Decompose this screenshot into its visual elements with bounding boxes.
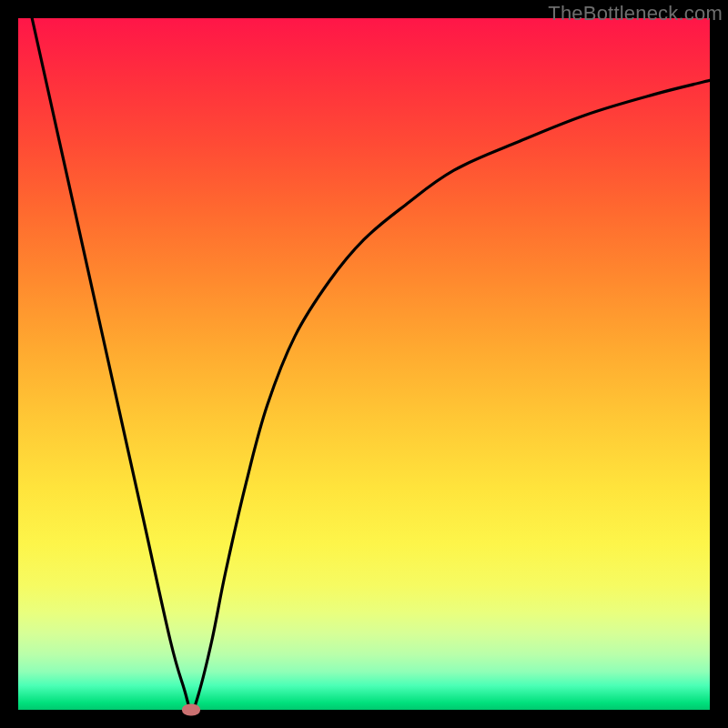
- plot-area: [18, 18, 710, 710]
- attribution-watermark: TheBottleneck.com: [548, 2, 723, 25]
- bottleneck-curve: [32, 18, 710, 710]
- optimum-marker: [182, 704, 200, 716]
- curve-layer: [18, 18, 710, 710]
- chart-frame: TheBottleneck.com: [0, 0, 728, 728]
